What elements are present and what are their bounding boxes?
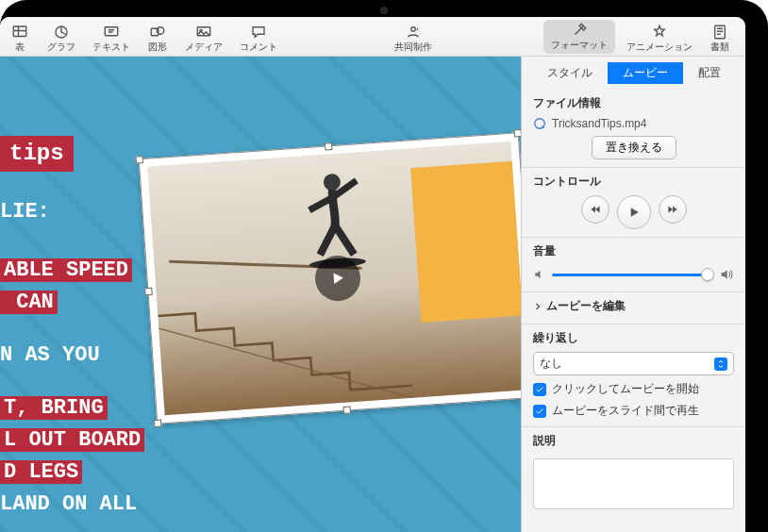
tab-movie[interactable]: ムービー [608,62,683,84]
slide-title: tips [0,136,74,172]
format-inspector: スタイル ムービー 配置 ファイル情報 TricksandTips.mp4 置き… [521,57,745,532]
shape-icon [147,24,168,41]
format-icon [569,22,590,39]
text-icon [101,24,122,41]
dropdown-chevron-icon [714,357,727,371]
line: LIE: [0,196,144,228]
volume-low-icon [533,268,546,281]
chart-icon [51,24,72,41]
toolbar: 表 グラフ テキスト 図形 メディア コメント [0,17,745,57]
resize-handle[interactable] [154,419,162,427]
file-row[interactable]: TricksandTips.mp4 [533,117,734,130]
repeat-heading: 繰り返し [533,330,734,346]
resize-handle[interactable] [342,406,351,414]
line: CAN [0,291,58,314]
svg-rect-0 [13,26,26,37]
edit-movie-label: ムービーを編集 [546,298,626,314]
repeat-select[interactable]: なし [533,352,734,375]
check-label: ムービーをスライド間で再生 [552,403,699,419]
toolbar-label: フォーマット [551,39,608,52]
edit-movie-disclosure[interactable]: ムービーを編集 [533,294,734,318]
svg-point-7 [411,27,416,32]
toolbar-label: 表 [15,41,25,54]
line: T, BRING [0,396,108,420]
toolbar-format[interactable]: フォーマット [543,20,615,54]
toolbar-comment[interactable]: コメント [234,24,283,54]
inspector-tabs: スタイル ムービー 配置 [522,57,745,90]
checkbox-checked-icon [533,405,546,418]
forward-button[interactable] [659,195,687,224]
toolbar-collaborate[interactable]: 共同制作 [389,24,438,54]
svg-point-8 [417,28,419,30]
volume-slider[interactable] [552,265,713,284]
resize-handle[interactable] [144,288,153,296]
media-icon [193,24,214,41]
toolbar-label: 図形 [148,41,167,54]
controls-heading: コントロール [533,174,734,190]
comment-icon [248,24,269,41]
document-icon [710,24,730,41]
resize-handle[interactable] [325,142,333,151]
chevron-right-icon [533,302,543,311]
collaborate-icon [403,24,424,41]
toolbar-table[interactable]: 表 [4,24,36,54]
volume-high-icon [719,267,734,282]
toolbar-label: コメント [240,41,277,54]
play-button[interactable] [617,195,651,229]
toolbar-text[interactable]: テキスト [87,24,136,54]
check-label: クリックしてムービーを開始 [552,381,699,397]
toolbar-document[interactable]: 書類 [704,24,736,54]
line: N AS YOU [0,340,144,372]
app-window: 表 グラフ テキスト 図形 メディア コメント [0,17,745,532]
fileinfo-heading: ファイル情報 [533,95,734,111]
quicktime-icon [533,117,546,130]
toolbar-label: アニメーション [626,41,693,54]
description-textarea[interactable] [533,458,734,509]
toolbar-label: グラフ [47,41,75,54]
line: D LEGS [0,460,82,484]
resize-handle[interactable] [135,156,143,164]
selected-movie[interactable] [139,132,521,424]
line: LAND ON ALL [0,489,144,521]
toolbar-label: 共同制作 [394,41,432,54]
svg-rect-2 [105,27,118,36]
volume-heading: 音量 [533,243,734,259]
svg-rect-9 [715,25,726,39]
toolbar-label: テキスト [92,41,130,54]
slide-text: tips LIE: ABLE SPEED CAN N AS YOU T, BRI… [0,136,144,521]
toolbar-shape[interactable]: 図形 [142,24,174,54]
toolbar-chart[interactable]: グラフ [42,24,81,54]
slide-canvas[interactable]: tips LIE: ABLE SPEED CAN N AS YOU T, BRI… [0,57,521,532]
table-icon [9,24,30,41]
description-heading: 説明 [522,427,745,449]
svg-point-10 [324,173,342,191]
line: ABLE SPEED [0,258,132,282]
check-play-across-slides[interactable]: ムービーをスライド間で再生 [533,403,734,419]
toolbar-label: 書類 [710,41,729,54]
resize-handle[interactable] [513,129,521,138]
laptop-camera [380,7,388,14]
line: L OUT BOARD [0,428,144,452]
tab-style[interactable]: スタイル [532,62,608,84]
toolbar-animation[interactable]: アニメーション [621,24,698,54]
tab-arrange[interactable]: 配置 [683,62,736,84]
animation-icon [649,24,670,41]
replace-button[interactable]: 置き換える [592,136,676,159]
toolbar-media[interactable]: メディア [179,24,228,54]
check-start-on-click[interactable]: クリックしてムービーを開始 [533,381,734,397]
toolbar-label: メディア [185,41,223,54]
checkbox-checked-icon [533,383,546,396]
filename: TricksandTips.mp4 [552,117,646,130]
repeat-value: なし [540,356,562,372]
rewind-button[interactable] [581,195,609,224]
